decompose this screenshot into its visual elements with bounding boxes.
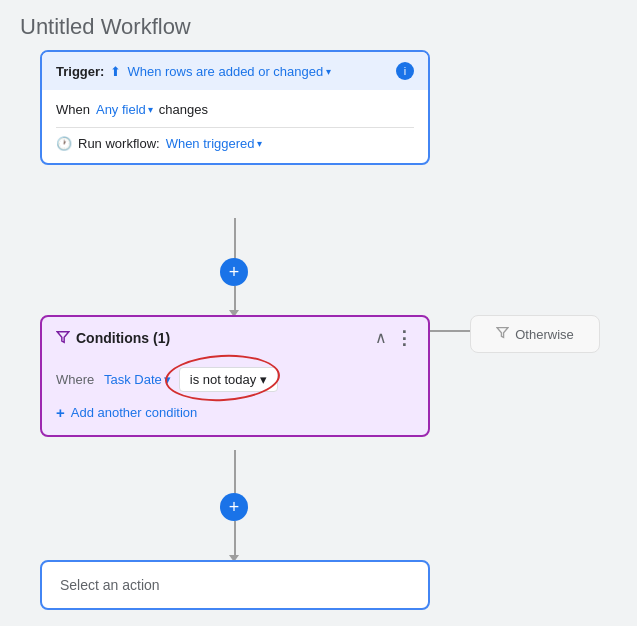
field-chevron-icon: ▾ <box>148 104 153 115</box>
otherwise-label: Otherwise <box>515 327 574 342</box>
connector-line-5 <box>234 521 236 559</box>
trigger-header: Trigger: ⬆ When rows are added or change… <box>42 52 428 90</box>
changes-text: changes <box>159 102 208 117</box>
otherwise-filter-icon <box>496 326 509 342</box>
task-date-chevron-icon: ▾ <box>164 372 171 387</box>
run-workflow-row: 🕐 Run workflow: When triggered ▾ <box>56 136 414 151</box>
add-step-button-1[interactable]: + <box>220 258 248 286</box>
any-field-label: Any field <box>96 102 146 117</box>
conditions-header: Conditions (1) ∧ ⋮ <box>42 317 428 359</box>
connector-line-1 <box>234 218 236 260</box>
trigger-action-text: When rows are added or changed <box>127 64 323 79</box>
condition-value-container: is not today ▾ <box>179 367 279 392</box>
trigger-chevron-icon: ▾ <box>326 66 331 77</box>
is-not-today-dropdown[interactable]: is not today ▾ <box>179 367 279 392</box>
run-label: Run workflow: <box>78 136 160 151</box>
run-value-dropdown[interactable]: When triggered ▾ <box>166 136 262 151</box>
svg-marker-0 <box>57 331 69 342</box>
run-chevron-icon: ▾ <box>257 138 262 149</box>
trigger-action-dropdown[interactable]: When rows are added or changed ▾ <box>127 64 331 79</box>
info-icon[interactable]: i <box>396 62 414 80</box>
page-title: Untitled Workflow <box>0 0 637 50</box>
add-condition-label: Add another condition <box>71 405 197 420</box>
filter-icon <box>56 330 70 347</box>
conditions-block: Conditions (1) ∧ ⋮ Where Task Date ▾ is … <box>40 315 430 437</box>
collapse-button[interactable]: ∧ <box>375 330 387 346</box>
svg-marker-1 <box>497 328 508 338</box>
task-date-dropdown[interactable]: Task Date ▾ <box>104 372 171 387</box>
is-not-today-label: is not today <box>190 372 257 387</box>
trigger-label: Trigger: <box>56 64 104 79</box>
divider <box>56 127 414 128</box>
where-label: Where <box>56 372 96 387</box>
trigger-block: Trigger: ⬆ When rows are added or change… <box>40 50 430 165</box>
task-date-label: Task Date <box>104 372 162 387</box>
conditions-controls: ∧ ⋮ <box>375 327 414 349</box>
connector-line-4 <box>234 450 236 495</box>
add-condition-button[interactable]: + Add another condition <box>56 404 197 421</box>
select-action-block[interactable]: Select an action <box>40 560 430 610</box>
run-value-text: When triggered <box>166 136 255 151</box>
upload-icon: ⬆ <box>110 64 121 79</box>
trigger-body: When Any field ▾ changes 🕐 Run workflow:… <box>42 90 428 163</box>
add-step-button-2[interactable]: + <box>220 493 248 521</box>
clock-icon: 🕐 <box>56 136 72 151</box>
add-condition-icon: + <box>56 404 65 421</box>
when-label: When <box>56 102 90 117</box>
where-row: Where Task Date ▾ is not today ▾ <box>56 367 414 392</box>
condition-chevron-icon: ▾ <box>260 372 267 387</box>
any-field-dropdown[interactable]: Any field ▾ <box>96 102 153 117</box>
select-action-label: Select an action <box>60 577 160 593</box>
trigger-when-row: When Any field ▾ changes <box>56 102 414 117</box>
more-options-button[interactable]: ⋮ <box>395 327 414 349</box>
otherwise-block[interactable]: Otherwise <box>470 315 600 353</box>
conditions-title: Conditions (1) <box>76 330 369 346</box>
conditions-body: Where Task Date ▾ is not today ▾ + Add a… <box>42 359 428 435</box>
